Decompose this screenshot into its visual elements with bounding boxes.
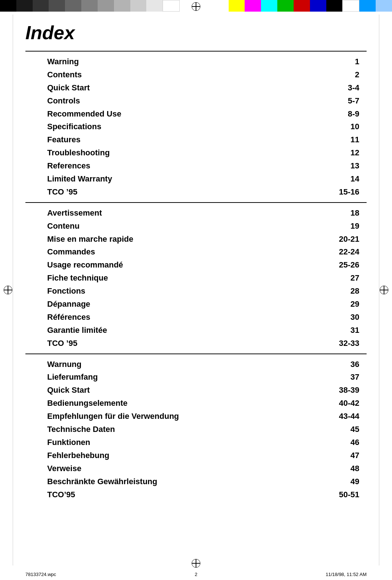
list-item: Verweise 48 <box>25 462 367 475</box>
item-page: 14 <box>330 173 359 185</box>
item-label: TCO ’95 <box>47 338 77 349</box>
list-item: Troubleshooting 12 <box>25 146 367 159</box>
item-label: Controls <box>47 95 80 107</box>
list-item: TCO ’95 32-33 <box>25 337 367 350</box>
item-label: TCO ’95 <box>47 186 77 198</box>
list-item: Limited Warranty 14 <box>25 172 367 185</box>
list-item: Fonctions 28 <box>25 285 367 298</box>
list-item: Dépannage 29 <box>25 298 367 311</box>
list-item: Funktionen 46 <box>25 436 367 449</box>
item-label: Fiche technique <box>47 272 108 284</box>
swatch-light2 <box>114 0 130 12</box>
list-item: Commandes 22-24 <box>25 245 367 258</box>
item-label: Warnung <box>47 359 82 370</box>
registration-mark-right <box>379 285 389 295</box>
swatch-paleblue <box>376 0 392 12</box>
item-page: 1 <box>330 56 359 68</box>
list-item: Controls 5-7 <box>25 94 367 107</box>
list-item: Mise en marche rapide 20-21 <box>25 233 367 246</box>
swatch-red <box>294 0 310 12</box>
list-item: Contenu 19 <box>25 220 367 233</box>
item-label: Mise en marche rapide <box>47 233 133 245</box>
footer-filename: 78133724.wpc <box>25 572 56 577</box>
item-page: 43-44 <box>330 411 359 422</box>
swatch-white <box>163 0 180 12</box>
list-item: Contents 2 <box>25 68 367 81</box>
list-item: Usage recommandé 25-26 <box>25 258 367 271</box>
list-item: Avertissement 18 <box>25 207 367 220</box>
item-page: 2 <box>330 69 359 81</box>
item-label: Beschränkte Gewährleistung <box>47 476 157 487</box>
item-page: 3-4 <box>330 82 359 94</box>
item-page: 12 <box>330 147 359 159</box>
item-label: References <box>47 160 90 172</box>
swatch-magenta <box>245 0 261 12</box>
item-page: 50-51 <box>330 489 359 501</box>
list-item: TCO’95 50-51 <box>25 488 367 501</box>
item-label: Empfehlungen für die Verwendung <box>47 411 179 422</box>
item-page: 28 <box>330 285 359 297</box>
swatch-dark3 <box>49 0 65 12</box>
list-item: Quick Start 3-4 <box>25 81 367 94</box>
item-page: 32-33 <box>330 338 359 349</box>
list-item: Recommended Use 8-9 <box>25 107 367 121</box>
item-label: Contenu <box>47 220 79 232</box>
swatch-dark2 <box>33 0 49 12</box>
item-page: 47 <box>330 450 359 461</box>
footer-page-number: 2 <box>195 572 197 577</box>
swatch-black1 <box>0 0 16 12</box>
item-label: Quick Start <box>47 82 90 94</box>
swatch-cyan <box>261 0 277 12</box>
registration-mark-left <box>3 285 13 295</box>
footer-date: 11/18/98, 11:52 AM <box>326 572 367 577</box>
item-page: 10 <box>330 121 359 132</box>
item-page: 27 <box>330 272 359 284</box>
item-page: 25-26 <box>330 259 359 271</box>
registration-mark-bottom <box>191 558 201 568</box>
item-label: Specifications <box>47 121 101 132</box>
item-page: 18 <box>330 207 359 219</box>
item-page: 19 <box>330 220 359 232</box>
list-item: Warning 1 <box>25 55 367 68</box>
registration-mark-top <box>191 1 201 12</box>
item-page: 48 <box>330 463 359 474</box>
list-item: References 13 <box>25 159 367 172</box>
item-page: 36 <box>330 359 359 370</box>
list-item: Warnung 36 <box>25 358 367 371</box>
item-label: Technische Daten <box>47 424 115 435</box>
item-label: Usage recommandé <box>47 259 123 271</box>
swatch-light1 <box>98 0 114 12</box>
list-item: Beschränkte Gewährleistung 49 <box>25 475 367 488</box>
item-label: Références <box>47 311 90 323</box>
item-label: Commandes <box>47 246 95 258</box>
item-label: Fehlerbehebung <box>47 450 109 461</box>
item-label: TCO’95 <box>47 489 75 501</box>
list-item: Fehlerbehebung 47 <box>25 449 367 462</box>
list-item: Empfehlungen für die Verwendung 43-44 <box>25 410 367 423</box>
list-item: Fiche technique 27 <box>25 271 367 285</box>
list-item: Lieferumfang 37 <box>25 371 367 384</box>
item-label: Warning <box>47 56 79 68</box>
item-label: Funktionen <box>47 437 90 448</box>
swatch-yellow <box>229 0 245 12</box>
item-label: Quick Start <box>47 384 90 396</box>
list-item: Bedienungselemente 40-42 <box>25 397 367 410</box>
list-item: Références 30 <box>25 311 367 324</box>
swatch-light4 <box>146 0 163 12</box>
item-page: 37 <box>330 371 359 383</box>
item-label: Troubleshooting <box>47 147 110 159</box>
item-page: 20-21 <box>330 233 359 245</box>
item-label: Avertissement <box>47 207 102 219</box>
item-label: Verweise <box>47 463 81 474</box>
french-section: Avertissement 18 Contenu 19 Mise en marc… <box>25 203 367 354</box>
list-item: TCO ’95 15-16 <box>25 185 367 199</box>
item-label: Bedienungselemente <box>47 397 127 409</box>
item-label: Dépannage <box>47 298 90 310</box>
swatch-light3 <box>130 0 147 12</box>
item-page: 29 <box>330 298 359 310</box>
item-page: 46 <box>330 437 359 448</box>
item-page: 5-7 <box>330 95 359 107</box>
page-title: Index <box>25 22 367 44</box>
item-page: 8-9 <box>330 108 359 120</box>
swatch-green <box>277 0 294 12</box>
